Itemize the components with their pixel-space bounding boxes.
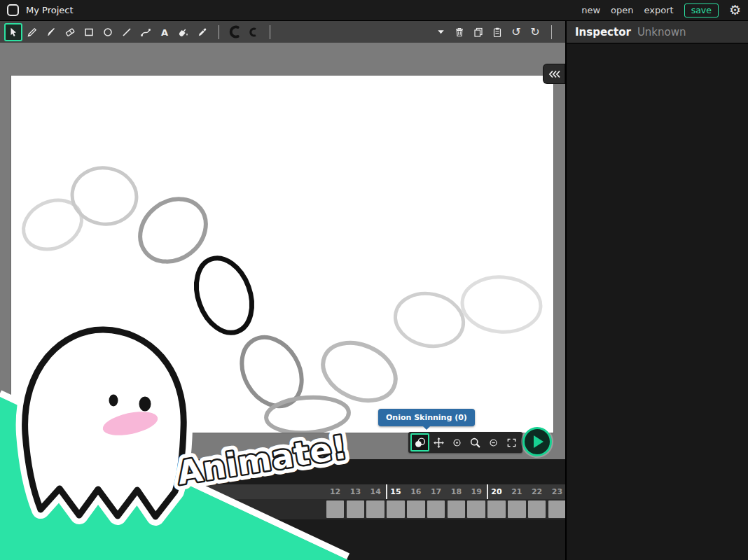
timeline-frame-number-14[interactable]: 14	[366, 484, 386, 499]
inspector-header: Inspector Unknown	[567, 21, 748, 44]
round-cap-button[interactable]	[226, 23, 244, 41]
timeline-cell-19[interactable]	[467, 500, 485, 518]
export-button[interactable]: export	[644, 5, 674, 15]
cap-flat-icon	[248, 27, 259, 38]
title-bar: My Project new open export save ⚙	[0, 0, 748, 21]
onion-skin-stroke-7	[390, 288, 468, 353]
flat-cap-button[interactable]	[244, 23, 263, 41]
brush-tool-button[interactable]	[42, 23, 60, 41]
trash-icon	[454, 27, 465, 38]
timeline-frame-number-17[interactable]: 17	[426, 484, 446, 499]
timeline-cell-21[interactable]	[508, 500, 526, 518]
curve-tool-button[interactable]	[137, 23, 155, 41]
timeline-cell-22[interactable]	[528, 500, 546, 518]
timeline-frame-numbers: 121314151617181920212223	[0, 484, 565, 499]
text-tool-button[interactable]: A	[155, 23, 174, 41]
text-icon: A	[159, 27, 170, 38]
ellipse-tool-button[interactable]	[99, 23, 117, 41]
spline-icon	[140, 27, 151, 38]
timeline-frame-number-13[interactable]: 13	[345, 484, 366, 499]
collapse-panel-button[interactable]	[543, 64, 565, 83]
timeline-frame-number-18[interactable]: 18	[446, 484, 466, 499]
delete-frame-button[interactable]	[450, 23, 469, 41]
eraser-icon	[64, 27, 76, 38]
picker-icon	[197, 27, 208, 38]
rectangle-tool-button[interactable]	[80, 23, 98, 41]
frame-dropdown-button[interactable]	[431, 23, 450, 41]
fit-icon	[506, 438, 517, 448]
timeline-cell-14[interactable]	[366, 500, 385, 518]
onion-skin-stroke-5	[265, 395, 349, 433]
inspector-title: Inspector	[575, 26, 631, 38]
pen-icon	[27, 27, 38, 38]
svg-text:A: A	[161, 27, 168, 37]
pan-view-button[interactable]	[430, 434, 448, 451]
cursor-icon	[8, 27, 19, 38]
inspector-panel: Inspector Unknown	[565, 21, 748, 560]
onion-skinning-button[interactable]	[410, 433, 429, 451]
fit-screen-button[interactable]	[503, 434, 520, 451]
redo-button[interactable]: ↻	[526, 23, 544, 41]
app-logo-icon	[7, 4, 19, 16]
fill-tool-button[interactable]	[174, 23, 193, 41]
rect-icon	[83, 27, 95, 38]
play-button[interactable]	[522, 427, 552, 456]
pen-tool-button[interactable]	[23, 23, 41, 41]
timeline-frame-number-12[interactable]: 12	[325, 484, 345, 499]
onion-skin-stroke-4	[230, 326, 314, 416]
collapse-chevrons-icon	[547, 69, 561, 80]
eraser-tool-button[interactable]	[61, 23, 79, 41]
onion-skinning-tooltip: Onion Skinning (0)	[378, 409, 475, 426]
undo-button[interactable]: ↺	[507, 23, 525, 41]
timeline-frame-number-22[interactable]: 22	[527, 484, 547, 499]
redo-icon: ↻	[530, 27, 539, 38]
timeline-cell-15[interactable]	[387, 500, 405, 518]
timeline-frame-number-16[interactable]: 16	[406, 484, 426, 499]
inspector-selection-label: Unknown	[637, 26, 686, 38]
onion-skin-stroke-1	[69, 164, 140, 228]
play-icon	[534, 435, 543, 448]
copy-icon	[473, 27, 484, 38]
onion-icon	[414, 437, 426, 449]
copy-frame-button[interactable]	[469, 23, 487, 41]
undo-icon: ↺	[511, 27, 520, 38]
new-button[interactable]: new	[581, 5, 600, 15]
pan-icon	[433, 437, 445, 449]
timeline-cell-13[interactable]	[347, 500, 365, 518]
timeline-cell-20[interactable]	[487, 500, 506, 518]
brush-icon	[46, 27, 57, 38]
timeline-frame-number-21[interactable]: 21	[506, 484, 527, 499]
line-tool-button[interactable]	[118, 23, 136, 41]
canvas[interactable]	[11, 76, 553, 433]
zoom-tool-button[interactable]	[466, 434, 484, 451]
toolbar-separator	[270, 25, 270, 39]
paste-frame-button[interactable]	[488, 23, 506, 41]
timeline-cell-18[interactable]	[448, 500, 466, 518]
cap-round-icon	[228, 25, 242, 38]
save-button[interactable]: save	[684, 4, 719, 18]
timeline-frame-number-20[interactable]: 20	[487, 484, 507, 499]
timeline-frame-number-19[interactable]: 19	[466, 484, 487, 499]
project-title: My Project	[26, 5, 74, 15]
open-button[interactable]: open	[611, 5, 633, 15]
settings-gear-icon[interactable]: ⚙	[729, 4, 741, 17]
timeline-cell-17[interactable]	[427, 500, 445, 518]
onion-skin-stroke-3	[186, 251, 261, 341]
circle-icon	[102, 27, 113, 38]
timeline-frame-number-23[interactable]: 23	[547, 484, 565, 499]
timeline-cell-12[interactable]	[326, 500, 345, 518]
timeline-cell-23[interactable]	[548, 500, 566, 518]
select-tool-button[interactable]	[4, 23, 22, 41]
timeline-frame-number-15[interactable]: 15	[386, 484, 406, 499]
timeline-cell-16[interactable]	[407, 500, 425, 518]
eyedropper-tool-button[interactable]	[193, 23, 212, 41]
frame-actions-group: ↺↻	[431, 23, 545, 41]
onion-skin-stroke-0	[15, 191, 90, 258]
magnifier-icon	[469, 437, 481, 449]
zoom-actual-size-button[interactable]	[448, 434, 466, 451]
stage: Onion Skinning (0) 121314151617181920212…	[0, 43, 565, 560]
drawing-tools-group: A	[4, 23, 212, 41]
dropdown-icon	[436, 27, 446, 37]
timeline-frame-cells	[0, 499, 565, 519]
zoom-out-button[interactable]	[485, 434, 502, 451]
